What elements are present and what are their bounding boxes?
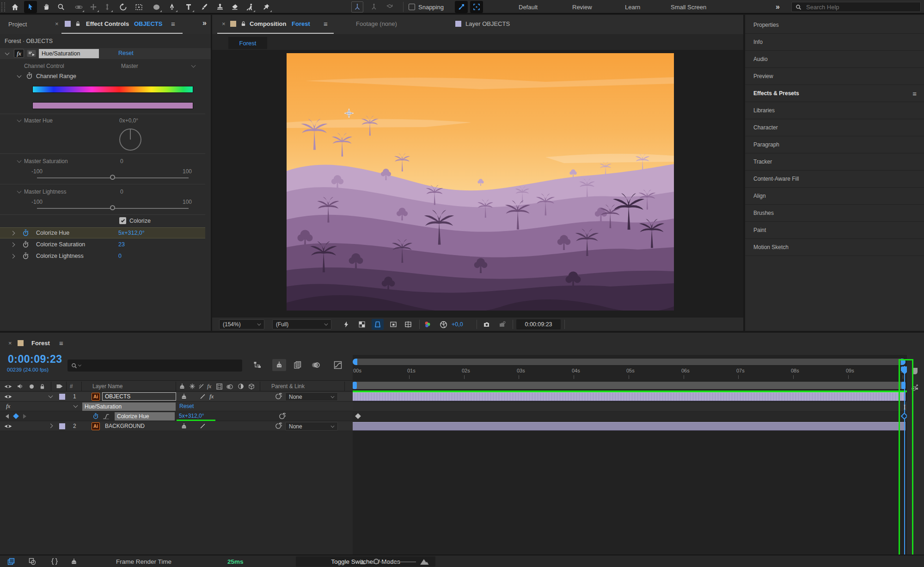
layer-expand-icon[interactable] — [49, 394, 53, 398]
colorize-lightness-value[interactable]: 0 — [118, 253, 122, 259]
workspace-tab-learn[interactable]: Learn — [625, 4, 640, 11]
work-area-bar[interactable] — [353, 382, 906, 389]
mask-visibility-button[interactable] — [372, 319, 384, 330]
zoom-out-mountain-icon[interactable] — [360, 559, 366, 565]
master-hue-chevron-icon[interactable] — [17, 118, 22, 122]
blend-modes-button[interactable] — [27, 556, 38, 567]
workspace-tab-small-screen[interactable]: Small Screen — [671, 4, 706, 11]
local-axis-mode[interactable] — [351, 1, 363, 12]
pickwhip-icon[interactable] — [275, 393, 282, 400]
stopwatch-active-icon[interactable] — [22, 229, 29, 237]
shape-tool[interactable] — [150, 1, 163, 13]
graph-editor-button[interactable] — [331, 359, 344, 371]
tab-layer-objects[interactable]: Layer OBJECTS — [465, 20, 510, 27]
comp-panel-menu-icon[interactable]: ≡ — [324, 20, 328, 28]
timeline-tab-close-icon[interactable]: × — [8, 340, 12, 347]
colorize-hue-row[interactable]: Colorize Hue 5x+312,0° — [0, 227, 205, 238]
pickwhip-icon[interactable] — [278, 413, 286, 420]
tab-effect-controls-title[interactable]: Effect Controls — [86, 20, 129, 27]
property-row-colorize-hue[interactable]: Colorize Hue 5x+312,0° — [0, 412, 353, 421]
panel-tab-character[interactable]: Character — [745, 119, 924, 136]
colorize-saturation-value[interactable]: 23 — [118, 241, 125, 248]
selection-tool[interactable] — [24, 1, 37, 13]
master-lightness-value[interactable]: 0 — [120, 189, 123, 195]
clone-stamp-tool[interactable] — [214, 1, 226, 13]
effect-expand-icon[interactable] — [73, 403, 78, 408]
parent-dropdown[interactable]: None — [285, 422, 338, 431]
pan-camera-tool[interactable] — [87, 1, 100, 13]
panel-tab-paragraph[interactable]: Paragraph — [745, 136, 924, 153]
master-lightness-chevron-icon[interactable] — [17, 189, 22, 194]
resolution-dropdown[interactable]: (Full) — [272, 319, 331, 329]
previous-keyframe-button[interactable] — [6, 414, 9, 419]
effect-name-chip[interactable]: Hue/Saturation — [82, 402, 176, 411]
motion-blur-button[interactable] — [309, 359, 322, 371]
exposure-button[interactable] — [437, 319, 449, 330]
master-saturation-chevron-icon[interactable] — [17, 159, 22, 163]
panel-tab-content-aware-fill[interactable]: Content-Aware Fill — [745, 171, 924, 188]
next-keyframe-button[interactable] — [23, 414, 26, 419]
guides-grid-button[interactable] — [402, 319, 414, 330]
layer-expand-icon[interactable] — [49, 424, 53, 428]
eraser-tool[interactable] — [228, 1, 241, 13]
property-name-chip[interactable]: Colorize Hue — [115, 412, 175, 421]
master-hue-value[interactable]: 0x+0,0° — [119, 117, 138, 124]
panel-menu-icon[interactable]: ≡ — [171, 20, 175, 28]
time-ruler[interactable]: 0:00s 01s 02s 03s 04s 05s 06s 07s 08s 09… — [353, 366, 907, 381]
panel-tab-paint[interactable]: Paint — [745, 222, 924, 239]
colorize-checkbox[interactable] — [119, 217, 126, 224]
timeline-navigator-bar[interactable] — [353, 359, 906, 365]
colorize-hue-value[interactable]: 5x+312,0° — [118, 230, 145, 236]
panel-tab-brushes[interactable]: Brushes — [745, 205, 924, 222]
tab-close-icon[interactable]: × — [55, 20, 59, 27]
effect-reset-link[interactable]: Reset — [179, 403, 194, 409]
master-lightness-slider-thumb[interactable] — [110, 205, 115, 210]
stopwatch-icon[interactable] — [22, 241, 29, 248]
layer-name-box[interactable]: OBJECTS — [102, 392, 176, 401]
panel-tab-info[interactable]: Info — [745, 34, 924, 51]
timeline-zoom-slider[interactable] — [373, 561, 416, 562]
parent-link-column-header[interactable]: Parent & Link — [271, 383, 305, 390]
timeline-tab-label[interactable]: Forest — [31, 340, 50, 347]
layer-color-swatch[interactable] — [59, 423, 65, 429]
channels-button[interactable] — [422, 319, 434, 330]
region-of-interest-button[interactable] — [387, 319, 399, 330]
timeline-zoom-knob[interactable] — [373, 559, 379, 564]
panel-menu-icon[interactable]: ≡ — [912, 90, 917, 98]
fx-badge[interactable]: fx — [14, 49, 24, 58]
composition-mini-flowchart-button[interactable] — [251, 359, 264, 371]
take-snapshot-button[interactable] — [480, 319, 492, 330]
navigator-start-handle[interactable] — [353, 359, 357, 365]
zoom-tool[interactable] — [55, 1, 67, 13]
workspace-tab-default[interactable]: Default — [519, 4, 538, 11]
layer-row-background[interactable]: 2 Ai BACKGROUND None — [0, 421, 353, 431]
unlock-icon[interactable] — [240, 20, 246, 27]
effect-name-chip[interactable]: Hue/Saturation — [39, 49, 99, 58]
panel-tab-properties[interactable]: Properties — [745, 17, 924, 34]
channel-range-chevron-icon[interactable] — [17, 73, 22, 78]
tab-footage[interactable]: Footage (none) — [356, 20, 397, 27]
expand-layers-button[interactable] — [6, 556, 17, 567]
shy-master-button[interactable] — [68, 556, 80, 567]
snap-beyond-extents-button[interactable] — [470, 1, 483, 13]
zoom-in-mountain-icon[interactable] — [420, 558, 429, 565]
timeline-search-box[interactable] — [67, 360, 242, 372]
master-saturation-value[interactable]: 0 — [120, 158, 123, 165]
frame-blending-button[interactable] — [291, 359, 304, 371]
colorized-output-bar[interactable] — [32, 102, 193, 109]
layer-name-label[interactable]: BACKGROUND — [105, 423, 145, 429]
stopwatch-icon[interactable] — [22, 252, 29, 260]
snap-along-edges-button[interactable] — [455, 1, 468, 13]
effect-row-hue-saturation[interactable]: fx Hue/Saturation Reset — [0, 402, 353, 411]
master-hue-dial[interactable] — [118, 128, 142, 152]
snapping-checkbox[interactable] — [409, 4, 415, 10]
workspace-overflow-button[interactable]: » — [776, 3, 780, 11]
layer-color-swatch[interactable] — [59, 394, 65, 400]
orbit-camera-tool[interactable] — [72, 1, 85, 13]
objects-layer-bar[interactable] — [353, 392, 906, 401]
pickwhip-icon[interactable] — [275, 422, 282, 430]
composition-breadcrumb-chip[interactable]: Forest — [228, 37, 267, 49]
help-search-input[interactable] — [806, 4, 908, 11]
dolly-camera-tool[interactable] — [101, 1, 114, 13]
transparency-grid-button[interactable] — [356, 319, 368, 330]
